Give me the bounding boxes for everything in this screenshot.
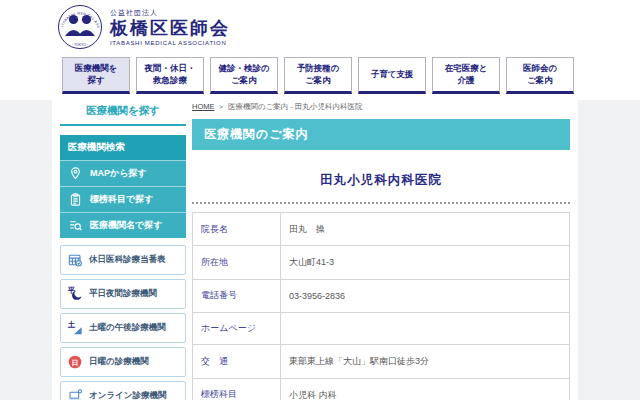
medical-search-panel: 医療機関検索 MAPから探す 標: [60, 135, 186, 238]
row-value: 小児科 内科: [281, 378, 570, 400]
row-label: 交 通: [193, 345, 281, 378]
online-care-icon: [67, 388, 83, 400]
calendar-check-icon: [67, 252, 83, 268]
table-row: ホームページ: [193, 313, 570, 345]
content-layout: 医療機関を探す 医療機関検索 MAPから探す: [52, 100, 578, 400]
association-logo[interactable]: ITABASHI MEDICAL ASSOCIATION ・TOKYO・: [57, 4, 103, 54]
sidebar-item-label: 医療機関名で探す: [90, 219, 162, 232]
weekday-night-icon: 平: [67, 286, 83, 302]
clipboard-icon: [68, 192, 83, 207]
page-title-banner: 医療機関のご案内: [192, 119, 570, 150]
sidebar-item-weekday-night-clinics[interactable]: 平 平日夜間診療機関: [60, 279, 186, 309]
nav-item-about-association[interactable]: 医師会の ご案内: [506, 57, 574, 94]
sidebar-item-online-clinics[interactable]: オンライン診療機関: [60, 381, 186, 400]
row-label: ホームページ: [193, 313, 281, 345]
clinic-name-heading: 田丸小児科内科医院: [192, 172, 570, 189]
sidebar-item-label: 平日夜間診療機関: [89, 288, 157, 299]
org-type-label: 公益社団法人: [110, 8, 230, 18]
main-navigation: 医療機関を 探す 夜間・休日・ 救急診療 健診・検診の ご案内 予防接種の ご案…: [62, 57, 574, 94]
map-pin-icon: [68, 166, 83, 181]
row-label: 電話番号: [193, 279, 281, 312]
row-value: [281, 313, 570, 345]
sidebar-title: 医療機関を探す: [60, 104, 186, 126]
table-row: 交 通 東部東上線「大山」駅南口徒歩3分: [193, 345, 570, 378]
row-label: 標榜科目: [193, 378, 281, 400]
clinic-info-table: 院長名 田丸 操 所在地 大山町41-3 電話番号 03-3956-2836 ホ…: [192, 212, 570, 400]
table-row: 標榜科目 小児科 内科: [193, 378, 570, 400]
saturday-afternoon-icon: 土: [67, 320, 83, 336]
svg-text:・TOKYO・: ・TOKYO・: [71, 43, 90, 47]
breadcrumb-home-link[interactable]: HOME: [192, 102, 215, 111]
sidebar-item-label: 休日医科診療当番表: [89, 254, 166, 265]
dotted-divider: [192, 202, 570, 204]
nav-item-childcare-support[interactable]: 子育て支援: [358, 57, 426, 94]
breadcrumb-separator: ＞: [218, 102, 226, 111]
site-header: ITABASHI MEDICAL ASSOCIATION ・TOKYO・ 公益社…: [0, 0, 640, 55]
sidebar-item-label: 標榜科目で探す: [90, 193, 153, 206]
sidebar-item-label: オンライン診療機関: [89, 390, 167, 400]
sidebar-item-sunday-clinics[interactable]: 日 日曜の診療機関: [60, 347, 186, 377]
row-label: 所在地: [193, 246, 281, 279]
sidebar-item-label: 日曜の診療機関: [89, 356, 149, 367]
row-label: 院長名: [193, 213, 281, 246]
breadcrumb-current: 医療機関のご案内 - 田丸小児科内科医院: [228, 102, 363, 111]
sidebar-item-label: 土曜の午後診療機関: [89, 322, 166, 333]
org-name: 板橋区医師会: [110, 18, 230, 40]
sidebar-item-search-by-map[interactable]: MAPから探す: [60, 160, 186, 186]
org-name-english: ITABASHI MEDICAL ASSOCIATION: [110, 40, 230, 46]
search-panel-header: 医療機関検索: [60, 135, 186, 160]
row-value: 大山町41-3: [281, 246, 570, 279]
sunday-icon: 日: [67, 354, 83, 370]
sidebar-item-search-by-name[interactable]: 医療機関名で探す: [60, 212, 186, 238]
list-search-icon: [68, 218, 83, 233]
nav-item-vaccinations[interactable]: 予防接種の ご案内: [284, 57, 352, 94]
nav-item-night-holiday-emergency[interactable]: 夜間・休日・ 救急診療: [136, 57, 204, 94]
sidebar-item-saturday-afternoon-clinics[interactable]: 土 土曜の午後診療機関: [60, 313, 186, 343]
org-identity: 公益社団法人 板橋区医師会 ITABASHI MEDICAL ASSOCIATI…: [110, 8, 230, 46]
row-value: 東部東上線「大山」駅南口徒歩3分: [281, 345, 570, 378]
sidebar-item-label: MAPから探す: [90, 167, 147, 180]
main-content: HOME＞医療機関のご案内 - 田丸小児科内科医院 医療機関のご案内 田丸小児科…: [192, 102, 570, 400]
nav-item-home-care-nursing[interactable]: 在宅医療と 介護: [432, 57, 500, 94]
row-value: 田丸 操: [281, 213, 570, 246]
table-row: 所在地 大山町41-3: [193, 246, 570, 279]
table-row: 電話番号 03-3956-2836: [193, 279, 570, 312]
breadcrumb: HOME＞医療機関のご案内 - 田丸小児科内科医院: [192, 102, 570, 112]
table-row: 院長名 田丸 操: [193, 213, 570, 246]
sidebar: 医療機関を探す 医療機関検索 MAPから探す: [60, 104, 186, 400]
sidebar-item-holiday-duty-roster[interactable]: 休日医科診療当番表: [60, 245, 186, 275]
nav-item-health-checkups[interactable]: 健診・検診の ご案内: [210, 57, 278, 94]
nav-item-find-medical-institutions[interactable]: 医療機関を 探す: [62, 57, 130, 94]
association-emblem-icon: ITABASHI MEDICAL ASSOCIATION ・TOKYO・: [57, 4, 103, 50]
svg-text:土: 土: [67, 320, 76, 329]
sidebar-item-search-by-specialty[interactable]: 標榜科目で探す: [60, 186, 186, 212]
row-value: 03-3956-2836: [281, 279, 570, 312]
sidebar-links: 休日医科診療当番表 平 平日夜間診療機関 土 土: [60, 245, 186, 400]
svg-text:日: 日: [72, 359, 79, 367]
